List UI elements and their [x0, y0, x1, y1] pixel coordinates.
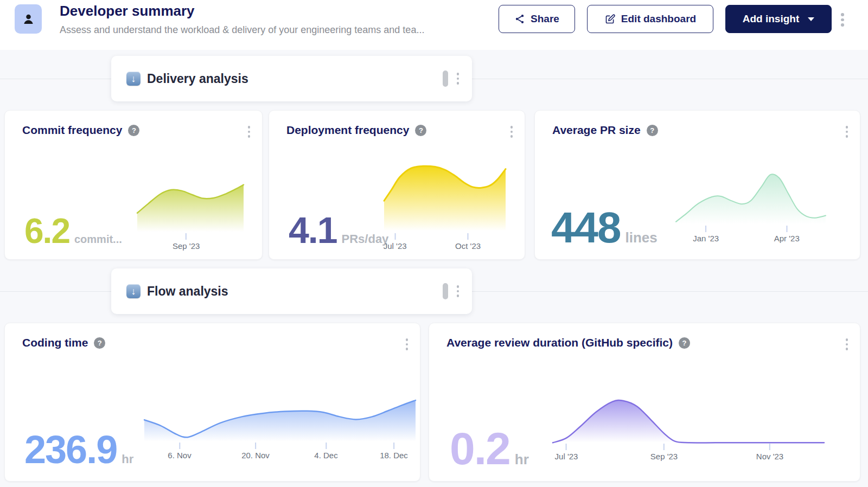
section-more-options-icon[interactable]	[455, 71, 462, 87]
tick-label: Nov '23	[756, 452, 783, 461]
axis-tick: Oct '23	[455, 233, 481, 251]
card-more-options-icon[interactable]	[246, 124, 253, 140]
edit-dashboard-label: Edit dashboard	[621, 13, 696, 25]
tick-mark	[468, 233, 469, 240]
help-icon[interactable]: ?	[415, 125, 426, 136]
tick-label: 4. Dec	[314, 451, 337, 460]
axis-tick: Sep '23	[173, 233, 200, 251]
card-more-options-icon[interactable]	[844, 124, 851, 140]
sparkline-chart[interactable]	[553, 397, 824, 444]
sparkline-chart[interactable]	[144, 398, 416, 443]
insight-card-average-review-duration: Average review duration (GitHub specific…	[429, 323, 860, 482]
help-icon[interactable]: ?	[679, 337, 690, 349]
section-more-options-icon[interactable]	[455, 283, 462, 299]
card-title: Coding time	[22, 336, 88, 349]
axis-ticks: Jul '23Sep '23Nov '23	[553, 444, 824, 461]
axis-tick: Jul '23	[384, 233, 407, 251]
insight-card-deployment-frequency: Deployment frequency ? 4.1 PRs/day Jul '…	[269, 110, 525, 260]
axis-tick: 18. Dec	[380, 443, 408, 460]
tick-mark	[255, 443, 256, 449]
drag-handle[interactable]	[443, 71, 448, 87]
tick-label: Apr '23	[774, 234, 800, 243]
card-title: Deployment frequency	[286, 124, 409, 137]
axis-ticks: Jul '23Oct '23	[384, 233, 506, 251]
insight-card-commit-frequency: Commit frequency ? 6.2 commit... Sep '23	[4, 110, 263, 260]
tick-mark	[326, 443, 327, 449]
metric-unit: hr	[515, 451, 529, 468]
person-icon	[21, 12, 36, 27]
sparkline-container[interactable]: Jul '23Oct '23	[384, 161, 506, 251]
page-subtitle: Assess and understand the workload & del…	[60, 24, 424, 36]
metric-unit: lines	[625, 229, 657, 246]
axis-tick: Jan '23	[693, 226, 719, 243]
tick-label: 20. Nov	[241, 451, 270, 460]
tick-mark	[393, 443, 394, 449]
header: Developer summary Assess and understand …	[0, 0, 868, 50]
sparkline-chart[interactable]	[676, 170, 826, 226]
tick-label: Jul '23	[555, 452, 578, 461]
tick-label: 6. Nov	[168, 451, 191, 460]
drag-handle[interactable]	[443, 283, 448, 299]
card-more-options-icon[interactable]	[404, 336, 411, 353]
tick-label: 18. Dec	[380, 451, 408, 460]
help-icon[interactable]: ?	[128, 125, 139, 136]
edit-dashboard-button[interactable]: Edit dashboard	[587, 5, 713, 33]
card-more-options-icon[interactable]	[844, 336, 851, 353]
metric-value: 6.2	[24, 214, 69, 248]
tick-label: Oct '23	[455, 241, 481, 251]
add-insight-button[interactable]: Add insight	[725, 5, 832, 33]
help-icon[interactable]: ?	[647, 125, 658, 136]
card-title: Commit frequency	[22, 124, 122, 137]
insight-card-average-pr-size: Average PR size ? 448 lines Jan '23Apr '…	[534, 110, 860, 260]
tick-label: Jul '23	[384, 241, 407, 251]
axis-tick: 6. Nov	[168, 443, 191, 460]
page-title: Developer summary	[60, 3, 195, 20]
card-title: Average review duration (GitHub specific…	[446, 336, 673, 349]
tick-mark	[705, 226, 706, 232]
metric-unit: commit...	[74, 233, 122, 246]
down-arrow-emoji-icon: ↓	[126, 72, 141, 86]
tick-label: Sep '23	[173, 241, 200, 251]
metric-unit: hr	[122, 452, 133, 466]
section-title: Delivery analysis	[147, 72, 248, 86]
add-insight-label: Add insight	[743, 13, 799, 25]
avatar	[15, 4, 42, 34]
sparkline-container[interactable]: Sep '23	[137, 183, 244, 251]
axis-tick: Apr '23	[774, 226, 800, 243]
axis-ticks: Sep '23	[137, 233, 244, 251]
sparkline-container[interactable]: 6. Nov20. Nov4. Dec18. Dec	[144, 398, 416, 460]
tick-mark	[663, 444, 665, 450]
section-header-delivery-analysis: ↓ Delivery analysis	[111, 56, 472, 101]
sparkline-chart[interactable]	[137, 183, 244, 233]
down-arrow-emoji-icon: ↓	[126, 284, 141, 298]
metric-value: 0.2	[450, 426, 510, 471]
axis-tick: 4. Dec	[314, 443, 337, 460]
chevron-down-icon	[808, 17, 814, 21]
sparkline-container[interactable]: Jul '23Sep '23Nov '23	[553, 397, 824, 461]
header-more-options-icon[interactable]	[839, 11, 846, 29]
tick-mark	[394, 233, 395, 240]
sparkline-container[interactable]: Jan '23Apr '23	[676, 170, 826, 243]
tick-mark	[186, 233, 187, 240]
axis-ticks: Jan '23Apr '23	[676, 226, 826, 243]
help-icon[interactable]: ?	[94, 337, 105, 349]
share-icon	[514, 14, 525, 24]
tick-mark	[786, 226, 787, 232]
share-label: Share	[531, 13, 559, 25]
axis-tick: Nov '23	[756, 444, 783, 461]
tick-mark	[179, 443, 180, 449]
share-button[interactable]: Share	[499, 5, 575, 33]
metric-value: 236.9	[24, 430, 117, 469]
metric-unit: PRs/day	[342, 232, 389, 246]
section-title: Flow analysis	[147, 284, 228, 299]
card-more-options-icon[interactable]	[508, 124, 515, 140]
insight-card-coding-time: Coding time ? 236.9 hr 6. Nov20. Nov4. D…	[4, 323, 420, 482]
tick-mark	[769, 444, 770, 450]
card-title: Average PR size	[552, 124, 641, 137]
axis-tick: Jul '23	[555, 444, 578, 461]
sparkline-chart[interactable]	[384, 161, 506, 233]
section-header-flow-analysis: ↓ Flow analysis	[111, 268, 472, 314]
tick-mark	[566, 444, 567, 450]
edit-icon	[604, 14, 616, 25]
axis-tick: Sep '23	[650, 444, 678, 461]
